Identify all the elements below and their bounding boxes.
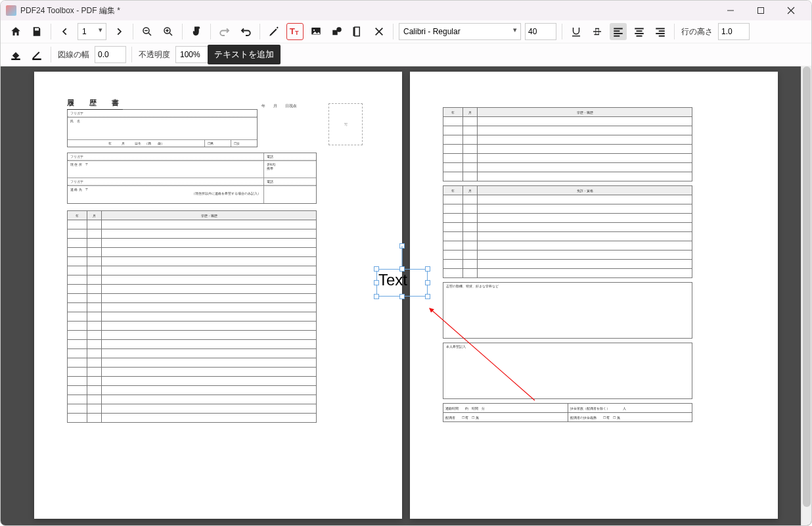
undo-button[interactable]: [237, 23, 254, 40]
titlebar: PDF24 Toolbox - PDF 編集 *: [1, 1, 811, 20]
opacity-label: 不透明度: [139, 49, 170, 60]
delete-button[interactable]: [371, 23, 388, 40]
zoom-out-button[interactable]: [139, 23, 156, 40]
line-height-input[interactable]: [718, 23, 750, 40]
vertical-scrollbar[interactable]: [801, 66, 811, 525]
svg-rect-34: [11, 59, 20, 60]
pencil-button[interactable]: [265, 23, 282, 40]
photo-box: 写: [328, 103, 363, 145]
add-text-button[interactable]: TT: [286, 23, 304, 40]
canvas-area[interactable]: 履 歴 書 年 月 日現在 写 フリガナ 氏 名 年 月 日生 （満 歳）☐男☐…: [1, 66, 811, 525]
home-button[interactable]: [7, 23, 24, 40]
maximize-button[interactable]: [746, 1, 776, 20]
add-image-button[interactable]: [307, 23, 325, 40]
svg-point-16: [336, 27, 342, 32]
prev-page-button[interactable]: [56, 23, 74, 40]
svg-text:T: T: [290, 26, 295, 36]
svg-line-8: [169, 33, 172, 36]
svg-line-5: [148, 33, 151, 36]
pdf-page-2[interactable]: 年月学歴・職歴 年月免許・資格: [410, 72, 778, 519]
stroke-width-label: 図線の幅: [58, 49, 89, 60]
minimize-button[interactable]: [715, 1, 746, 20]
app-logo: [6, 5, 16, 16]
toolbar-main: 1 TT Calibri - Regular 行の高さ: [1, 20, 811, 43]
svg-rect-1: [758, 8, 764, 14]
doc-title: 履 歴 書: [67, 98, 123, 110]
line-height-label: 行の高さ: [681, 26, 713, 37]
strike-button[interactable]: [589, 23, 606, 40]
history-table-right: 年月学歴・職歴: [443, 107, 692, 181]
window-title: PDF24 Toolbox - PDF 編集 *: [20, 5, 715, 16]
close-button[interactable]: [776, 1, 806, 20]
toolbar-secondary: 図線の幅 不透明度 100%: [1, 43, 811, 66]
font-size-input[interactable]: [525, 23, 556, 40]
license-table: 年月免許・資格: [443, 185, 692, 278]
pdf-page-1[interactable]: 履 歴 書 年 月 日現在 写 フリガナ 氏 名 年 月 日生 （満 歳）☐男☐…: [34, 72, 402, 519]
align-left-button[interactable]: [610, 23, 627, 40]
align-center-button[interactable]: [631, 23, 648, 40]
svg-rect-17: [355, 27, 360, 36]
page-select[interactable]: 1: [78, 23, 106, 40]
align-right-button[interactable]: [652, 23, 669, 40]
text-annotation-content: Text: [378, 271, 407, 289]
add-shape-button[interactable]: [328, 23, 346, 40]
font-select[interactable]: Calibri - Regular: [399, 23, 521, 40]
text-annotation-object[interactable]: Text: [376, 269, 428, 297]
stroke-color-button[interactable]: [28, 46, 45, 63]
pan-button[interactable]: [188, 23, 205, 40]
save-button[interactable]: [28, 23, 45, 40]
tooltip-add-text: テキストを追加: [208, 45, 281, 64]
redo-button[interactable]: [216, 23, 233, 40]
svg-rect-35: [32, 59, 41, 60]
whiteout-button[interactable]: [350, 23, 367, 40]
scrollbar-thumb[interactable]: [803, 66, 811, 507]
svg-rect-15: [332, 30, 338, 36]
stroke-width-input[interactable]: [95, 46, 126, 63]
bottom-info-table: 通勤時間 約 時間 分 扶養家族（配偶者を除く） 人 配偶者 ☐ 有 ☐ 無 配…: [443, 403, 692, 422]
fill-color-button[interactable]: [7, 46, 24, 63]
underline-button[interactable]: [568, 23, 585, 40]
svg-point-14: [313, 30, 315, 31]
zoom-in-button[interactable]: [160, 23, 177, 40]
next-page-button[interactable]: [110, 23, 127, 40]
svg-text:T: T: [295, 30, 299, 36]
history-table-left: 年月学歴・職歴: [67, 210, 317, 423]
